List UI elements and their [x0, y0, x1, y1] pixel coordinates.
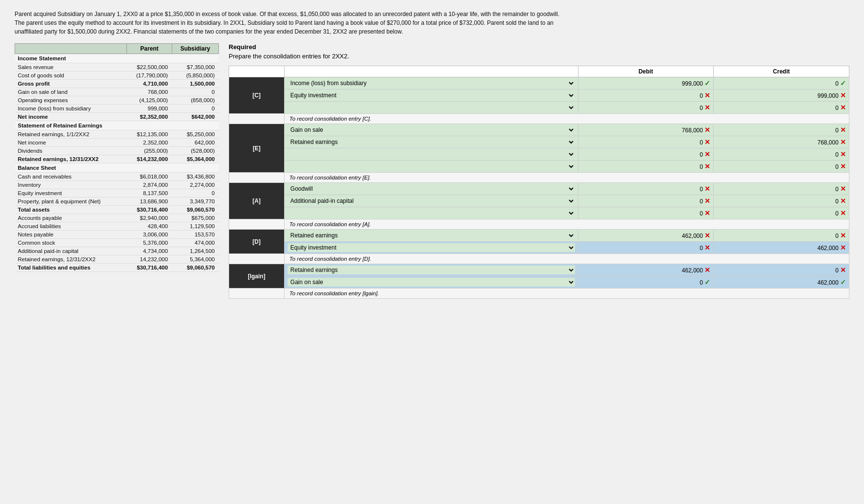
- required-title: Required: [229, 43, 849, 51]
- account-cell[interactable]: Goodwill: [284, 183, 578, 195]
- parent-value: (255,000): [127, 147, 172, 155]
- right-section: Required Prepare the consolidation entri…: [229, 43, 849, 299]
- account-cell[interactable]: Income (loss) from subsidiary: [284, 77, 578, 90]
- x-icon[interactable]: ✕: [840, 91, 846, 99]
- debit-input[interactable]: [669, 267, 703, 274]
- debit-input[interactable]: [669, 233, 703, 239]
- x-icon[interactable]: ✕: [704, 232, 710, 239]
- x-icon[interactable]: ✕: [840, 126, 846, 134]
- credit-input[interactable]: [805, 151, 839, 158]
- x-icon[interactable]: ✕: [840, 244, 846, 252]
- debit-input[interactable]: [669, 127, 703, 134]
- row-label: Net income: [15, 113, 127, 121]
- x-icon[interactable]: ✕: [840, 266, 846, 274]
- debit-input[interactable]: [669, 80, 703, 87]
- x-icon[interactable]: ✕: [704, 138, 710, 146]
- credit-input[interactable]: [805, 245, 839, 252]
- account-select[interactable]: Gain on sale: [288, 126, 575, 134]
- debit-input[interactable]: [669, 139, 703, 146]
- x-icon[interactable]: ✕: [840, 232, 846, 239]
- debit-input[interactable]: [669, 92, 703, 99]
- account-cell[interactable]: Retained earnings: [284, 230, 578, 242]
- parent-value: 14,232,000: [127, 255, 172, 264]
- account-select[interactable]: Income (loss) from subsidiary: [288, 79, 575, 88]
- x-icon[interactable]: ✕: [840, 150, 846, 158]
- x-icon[interactable]: ✕: [704, 197, 710, 205]
- credit-input[interactable]: [805, 105, 839, 111]
- x-icon[interactable]: ✕: [840, 138, 846, 146]
- debit-input[interactable]: [669, 279, 703, 286]
- x-icon[interactable]: ✕: [704, 209, 710, 217]
- debit-input[interactable]: [669, 210, 703, 217]
- account-select[interactable]: Equity investment: [288, 243, 575, 252]
- row-label: Total assets: [15, 206, 127, 214]
- x-icon[interactable]: ✕: [704, 185, 710, 193]
- credit-input[interactable]: [805, 127, 839, 134]
- credit-input[interactable]: [805, 233, 839, 239]
- debit-input[interactable]: [669, 245, 703, 252]
- x-icon[interactable]: ✕: [704, 162, 710, 170]
- debit-cell: ✕: [578, 161, 714, 173]
- account-cell[interactable]: [284, 102, 578, 114]
- credit-cell: ✕: [714, 183, 849, 195]
- note-entry-id: [229, 173, 285, 183]
- account-cell[interactable]: Additional paid-in capital: [284, 195, 578, 207]
- account-select[interactable]: Gain on sale: [288, 278, 575, 287]
- credit-input[interactable]: [805, 210, 839, 217]
- account-select[interactable]: [288, 162, 575, 171]
- account-select[interactable]: [288, 150, 575, 159]
- account-cell[interactable]: Gain on sale: [284, 276, 578, 288]
- account-select[interactable]: Equity investment: [288, 91, 575, 100]
- credit-cell: ✕: [714, 136, 849, 148]
- debit-input[interactable]: [669, 151, 703, 158]
- row-label: Additional paid-in capital: [15, 247, 127, 255]
- check-icon: ✓: [840, 278, 846, 286]
- x-icon[interactable]: ✕: [704, 266, 710, 274]
- parent-value: 999,000: [127, 105, 172, 113]
- credit-input[interactable]: [805, 267, 839, 274]
- credit-input[interactable]: [805, 163, 839, 170]
- x-icon[interactable]: ✕: [840, 209, 846, 217]
- account-cell[interactable]: Retained earnings: [284, 264, 578, 276]
- subsidiary-value: 1,264,500: [172, 247, 218, 255]
- x-icon[interactable]: ✕: [704, 126, 710, 134]
- account-cell[interactable]: [284, 207, 578, 219]
- account-select[interactable]: [288, 209, 575, 217]
- credit-cell: ✕: [714, 102, 849, 114]
- account-cell[interactable]: Equity investment: [284, 90, 578, 102]
- account-cell[interactable]: Equity investment: [284, 242, 578, 254]
- debit-input[interactable]: [669, 163, 703, 170]
- account-select[interactable]: [288, 103, 575, 112]
- account-select[interactable]: Retained earnings: [288, 138, 575, 146]
- entry-label-C: [C]: [229, 77, 285, 114]
- x-icon[interactable]: ✕: [840, 185, 846, 193]
- row-label: Sales revenue: [15, 63, 127, 72]
- col-account: [284, 66, 578, 77]
- account-select[interactable]: Retained earnings: [288, 266, 575, 274]
- credit-input[interactable]: [805, 139, 839, 146]
- account-cell[interactable]: [284, 148, 578, 161]
- account-cell[interactable]: [284, 161, 578, 173]
- x-icon[interactable]: ✕: [840, 197, 846, 205]
- credit-input[interactable]: [805, 186, 839, 193]
- debit-input[interactable]: [669, 105, 703, 111]
- account-select[interactable]: Goodwill: [288, 184, 575, 193]
- credit-input[interactable]: [805, 198, 839, 205]
- x-icon[interactable]: ✕: [840, 104, 846, 111]
- account-select[interactable]: Retained earnings: [288, 231, 575, 240]
- credit-input[interactable]: [805, 92, 839, 99]
- x-icon[interactable]: ✕: [704, 244, 710, 252]
- x-icon[interactable]: ✕: [840, 162, 846, 170]
- account-cell[interactable]: Gain on sale: [284, 124, 578, 136]
- credit-input[interactable]: [805, 279, 839, 286]
- subsidiary-value: 1,129,500: [172, 222, 218, 231]
- x-icon[interactable]: ✕: [704, 150, 710, 158]
- debit-input[interactable]: [669, 198, 703, 205]
- account-select[interactable]: Additional paid-in capital: [288, 197, 575, 205]
- x-icon[interactable]: ✕: [704, 91, 710, 99]
- x-icon[interactable]: ✕: [704, 104, 710, 111]
- credit-input[interactable]: [805, 80, 839, 87]
- debit-input[interactable]: [669, 186, 703, 193]
- account-cell[interactable]: Retained earnings: [284, 136, 578, 148]
- parent-value: $2,940,000: [127, 214, 172, 222]
